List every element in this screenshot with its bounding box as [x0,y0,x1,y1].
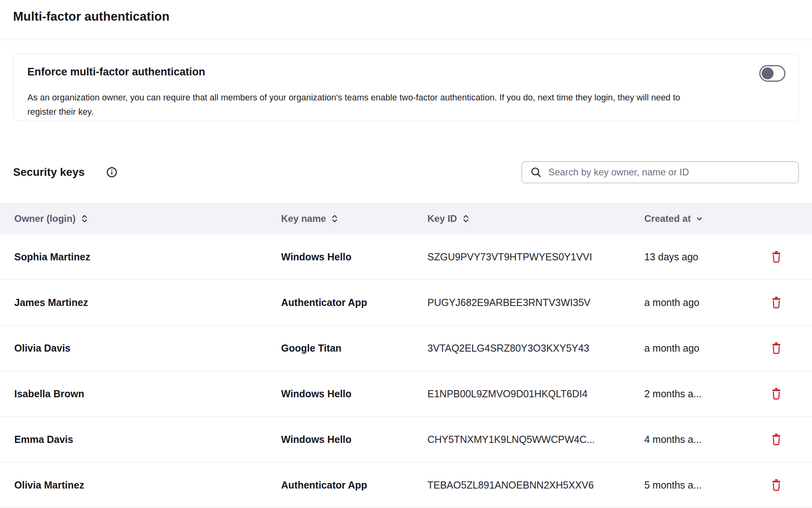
column-label: Key name [281,213,326,224]
table-header: Owner (login)Key nameKey IDCreated at [0,203,812,234]
key-name-cell: Windows Hello [281,434,427,445]
table-row: Isabella BrownWindows HelloE1NPB00L9ZMVO… [0,371,812,417]
column-header-key-name[interactable]: Key name [281,213,427,224]
trash-icon[interactable] [771,433,781,445]
row-actions [764,433,812,445]
owner-login-cell: Olivia Martinez [0,479,281,491]
table-row: Olivia DavisGoogle Titan3VTAQ2ELG4SRZ80Y… [0,325,812,371]
key-name-cell: Authenticator App [281,479,427,491]
created-at-cell: 4 months a... [644,434,764,445]
created-at-cell: 13 days ago [644,251,764,263]
enforce-mfa-card: Enforce multi-factor authentication As a… [13,54,799,121]
enforce-mfa-toggle[interactable] [759,65,785,82]
owner-login-cell: Olivia Davis [0,343,281,354]
column-header-created-at[interactable]: Created at [644,213,764,224]
table-body: Sophia MartinezWindows HelloSZGU9PVY73VT… [0,234,812,508]
search-icon [530,166,542,178]
enforce-mfa-title: Enforce multi-factor authentication [27,66,205,78]
trash-icon[interactable] [771,251,781,263]
chevron-down-icon [695,215,703,223]
key-id-cell: SZGU9PVY73VT9HTPWYES0Y1VVI [427,251,644,263]
key-id-cell: CHY5TNXMY1K9LNQ5WWCPW4C... [427,434,644,445]
key-id-cell: PUGYJ682E9ARBEE3RNTV3WI35V [427,297,644,308]
column-header-owner-login[interactable]: Owner (login) [0,213,281,224]
created-at-cell: a month ago [644,297,764,308]
column-label: Created at [644,213,691,224]
trash-icon[interactable] [771,342,781,354]
row-actions [764,251,812,263]
security-keys-title: Security keys [13,166,85,179]
row-actions [764,479,812,491]
trash-icon[interactable] [771,296,781,308]
owner-login-cell: Sophia Martinez [0,251,281,263]
info-icon[interactable] [106,167,117,178]
table-row: Olivia MartinezAuthenticator AppTEBAO5ZL… [0,462,812,508]
key-id-cell: E1NPB00L9ZMVO9D01HKQLT6DI4 [427,388,644,400]
created-at-cell: a month ago [644,343,764,354]
created-at-cell: 2 months a... [644,388,764,400]
created-at-cell: 5 months a... [644,479,764,491]
column-label: Owner (login) [14,213,76,224]
sort-updown-icon [462,214,470,223]
owner-login-cell: James Martinez [0,297,281,308]
search-box[interactable] [521,161,799,183]
sort-updown-icon [331,214,339,223]
row-actions [764,388,812,400]
key-name-cell: Authenticator App [281,297,427,308]
table-row: James MartinezAuthenticator AppPUGYJ682E… [0,280,812,325]
sort-updown-icon [80,214,88,223]
toggle-knob-icon [762,67,774,79]
title-divider [0,40,812,40]
key-id-cell: 3VTAQ2ELG4SRZ80Y3O3KXY5Y43 [427,343,644,354]
row-actions [764,342,812,354]
key-id-cell: TEBAO5ZL891ANOEBNN2XH5XXV6 [427,479,644,491]
mfa-settings-page: Multi-factor authentication Enforce mult… [0,0,812,508]
enforce-mfa-description: As an organization owner, you can requir… [27,90,693,119]
owner-login-cell: Isabella Brown [0,388,281,400]
trash-icon[interactable] [771,479,781,491]
table-row: Emma DavisWindows HelloCHY5TNXMY1K9LNQ5W… [0,417,812,462]
security-keys-table: Owner (login)Key nameKey IDCreated at So… [0,203,812,508]
owner-login-cell: Emma Davis [0,434,281,445]
column-header-key-id[interactable]: Key ID [427,213,644,224]
table-row: Sophia MartinezWindows HelloSZGU9PVY73VT… [0,234,812,280]
column-label: Key ID [427,213,457,224]
page-title: Multi-factor authentication [13,10,170,24]
row-actions [764,296,812,308]
trash-icon[interactable] [771,388,781,400]
key-name-cell: Google Titan [281,343,427,354]
search-input[interactable] [548,166,790,178]
key-name-cell: Windows Hello [281,388,427,400]
key-name-cell: Windows Hello [281,251,427,263]
